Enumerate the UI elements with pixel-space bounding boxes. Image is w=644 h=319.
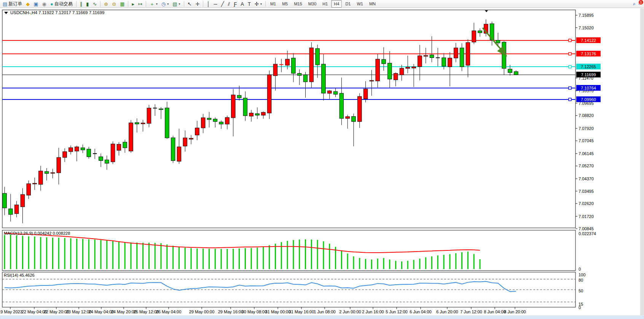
macd-hist-bar [473,254,475,269]
candle-body [382,59,386,64]
macd-hist-bar [40,237,41,269]
candle-body [292,58,296,73]
candle-body [45,172,49,173]
macd-hist-bar [251,248,252,269]
candle-body-doji [93,153,97,154]
macd-hist-bar [323,241,324,269]
chart-window[interactable]: 7.158957.150207.114707.105707.096957.088… [0,0,644,319]
line-handle[interactable] [569,87,571,89]
candle-body [394,73,398,80]
candle-body [105,160,109,163]
candle-body [412,67,416,68]
macd-scale-zero: 0 [579,267,581,271]
candle-body [165,108,169,138]
macd-hist-bar [461,252,462,269]
macd-hist-bar [419,258,420,269]
time-tick-label: 2 Jun 16:00 [362,309,384,314]
macd-hist-bar [172,246,174,269]
candle-body [442,58,446,66]
macd-hist-bar [263,247,264,269]
candle-body [406,67,410,68]
candle-body-doji [279,64,284,65]
candle-body [171,138,175,160]
macd-hist-bar [245,248,246,269]
macd-hist-bar [28,236,29,269]
candle-body [69,147,73,151]
candle-body [75,147,79,151]
time-tick-label: 6 Jun 20:00 [436,309,458,314]
line-handle[interactable] [569,66,571,68]
macd-hist-bar [131,242,132,269]
macd-hist-bar [359,258,360,269]
time-tick-label: 7 Jun 12:00 [460,309,482,314]
candle-body [430,55,434,58]
line-handle[interactable] [569,98,571,101]
macd-hist-bar [257,248,258,269]
price-tick-label: 7.00845 [579,226,594,231]
line-handle[interactable] [569,53,571,55]
macd-hist-bar [443,255,445,269]
candle-body-doji [436,57,440,58]
candle-body [448,58,452,67]
macd-hist-bar [275,244,276,269]
price-badge-7.09960-label: 7.09960 [581,97,596,102]
macd-hist-bar [94,239,96,269]
macd-hist-bar [395,261,396,269]
candle-body [123,142,127,148]
macd-hist-bar [365,259,366,269]
macd-hist-bar [269,245,270,269]
price-tick-label: 7.06145 [579,151,594,156]
price-tick-label: 7.05270 [579,164,594,168]
macd-hist-bar [455,253,456,269]
macd-hist-bar [52,237,53,269]
candle-body [297,73,301,75]
macd-hist-bar [371,260,372,269]
candle-body [460,48,464,67]
macd-hist-bar [311,239,312,269]
macd-hist-bar [299,239,300,269]
macd-hist-bar [58,237,59,269]
macd-hist-bar [233,249,234,269]
macd-hist-bar [124,242,126,269]
candle-body [388,63,392,79]
time-tick-label: 29 May 16:00 [218,309,244,314]
macd-hist-bar [64,238,65,269]
candle-body [51,173,55,173]
price-tick-label: 7.04370 [579,176,594,181]
current-price-badge-label: 7.11699 [581,72,596,77]
candle-body [466,43,470,66]
chart-plot-area[interactable] [2,10,575,228]
line-handle[interactable] [569,39,571,42]
candle-body [183,138,187,146]
macd-hist-bar [353,256,354,269]
macd-hist-bar [112,241,113,269]
candle-body [255,114,260,115]
candle-body [496,40,500,43]
rsi-label: RSI(14) 45.4626 [4,273,35,277]
candle-body [225,117,230,124]
macd-hist-bar [226,249,228,269]
candle-body [27,184,31,195]
candle-body [117,144,121,151]
macd-hist-bar [136,242,137,269]
candle-body [478,31,482,33]
candle-body [129,123,133,151]
candle-body [303,75,308,82]
rsi-scale-0: 0 [579,305,581,310]
candle-body [237,95,241,98]
macd-hist-bar [4,235,5,269]
candle-body [346,117,350,119]
time-tick-label: 1 Jun 08:00 [314,309,336,314]
candle-body [219,122,223,124]
macd-hist-bar [88,239,89,269]
macd-hist-bar [70,238,71,269]
candle-body [472,31,476,42]
candle-body [195,128,199,135]
macd-hist-bar [209,249,210,269]
macd-hist-bar [191,248,192,269]
macd-label: MACD(12,26,9) 0.004242 0.008228 [4,231,70,236]
price-tick-label: 7.07920 [579,126,594,131]
candle-body [14,205,19,213]
candle-body [231,95,236,118]
rsi-scale-80: 80 [579,278,583,282]
